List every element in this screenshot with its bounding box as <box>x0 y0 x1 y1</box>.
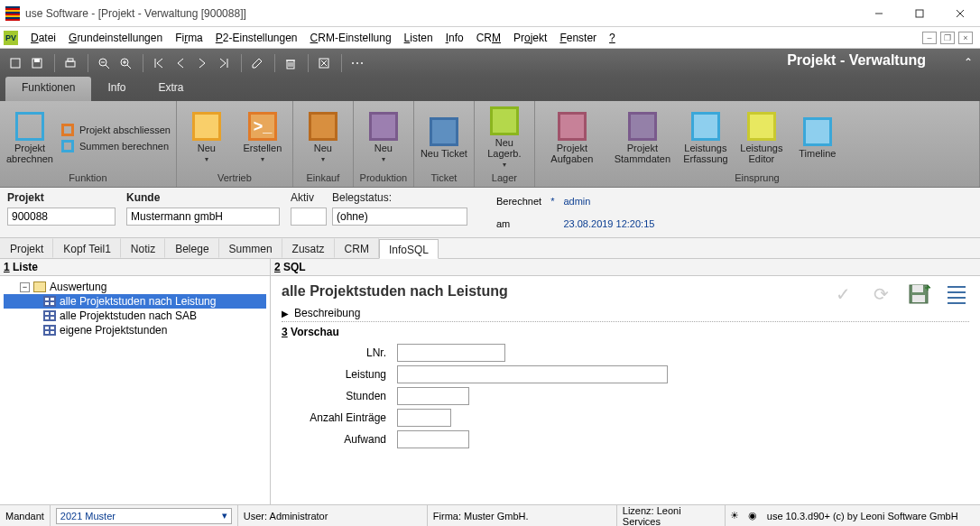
svg-line-10 <box>106 65 109 69</box>
anzahl-input[interactable] <box>397 409 451 427</box>
tb-zoomout-icon[interactable] <box>94 53 114 73</box>
right-pane-header: 2 SQL <box>271 259 980 276</box>
ribbon-tabs: Funktionen Info Extra <box>0 77 980 101</box>
status-firma: Firma: Muster GmbH. <box>428 505 617 526</box>
sub-tab-belege[interactable]: Belege <box>165 238 218 258</box>
tb-first-icon[interactable] <box>149 53 169 73</box>
terminal-icon: >_ <box>248 112 277 141</box>
sub-tab-crm[interactable]: CRM <box>335 238 379 258</box>
bars-icon <box>628 112 657 141</box>
leistung-input[interactable] <box>397 365 668 383</box>
tb-prev-icon[interactable] <box>171 53 190 73</box>
aufwand-input[interactable] <box>397 430 469 448</box>
sub-tab-summen[interactable]: Summen <box>219 238 282 258</box>
ribbon-summen-berechnen[interactable]: Summen berechnen <box>61 140 171 152</box>
menu-datei[interactable]: Datei <box>25 30 61 46</box>
tb-save-icon[interactable] <box>27 53 47 73</box>
square-icon <box>369 112 398 141</box>
sun-icon[interactable]: ☀ <box>727 509 742 523</box>
menu-crm[interactable]: CRM <box>471 30 506 46</box>
tb-cancel-icon[interactable] <box>314 53 334 73</box>
ribbon-neu-ticket[interactable]: Neu Ticket <box>418 104 470 172</box>
mdi-restore-button[interactable]: ❐ <box>940 32 955 44</box>
tb-next-icon[interactable] <box>192 53 212 73</box>
tb-more-icon[interactable] <box>347 53 367 73</box>
save-disk-icon[interactable] <box>906 281 931 307</box>
menubar: PV Datei Grundeinstellungen Firma P2-Ein… <box>0 27 980 49</box>
sub-tab-projekt[interactable]: Projekt <box>0 238 53 258</box>
ribbon-projekt-aufgaben[interactable]: Projekt Aufgaben <box>539 104 606 172</box>
projekt-field[interactable]: 900088 <box>7 208 116 226</box>
menu-help[interactable]: ? <box>604 30 621 46</box>
menu-projekt[interactable]: Projekt <box>508 30 552 46</box>
tb-trash-icon[interactable] <box>281 53 300 73</box>
aktiv-field[interactable] <box>291 208 327 226</box>
status-version: use 10.3.d90+ (c) by Leoni Software GmbH <box>762 505 980 526</box>
square-icon <box>15 112 44 141</box>
menu-crm-einstellung[interactable]: CRM-Einstellung <box>305 30 397 46</box>
ribbon-neu-einkauf[interactable]: Neu▾ <box>297 104 349 172</box>
ribbon-timeline[interactable]: Timeline <box>791 104 844 172</box>
lnr-input[interactable] <box>397 344 505 362</box>
collapse-ribbon-icon[interactable]: ⌃ <box>964 56 973 69</box>
tb-zoomin-icon[interactable] <box>116 53 135 73</box>
ribbon-erstellen[interactable]: >_Erstellen▾ <box>236 104 289 172</box>
maximize-button[interactable] <box>899 0 939 27</box>
tb-new-icon[interactable] <box>5 53 25 73</box>
collapse-icon[interactable]: − <box>20 282 30 292</box>
close-button[interactable] <box>939 0 980 27</box>
ribbon-neu-vertrieb[interactable]: Neu▾ <box>180 104 233 172</box>
svg-rect-8 <box>68 59 73 61</box>
ribbon-leistungs-editor[interactable]: Leistungs Editor <box>735 104 788 172</box>
tree-item-2[interactable]: eigene Projektstunden <box>4 323 266 337</box>
tree-root[interactable]: − Auswertung <box>4 280 266 294</box>
ribbon-leistungs-erfassung[interactable]: Leistungs Erfassung <box>680 104 732 172</box>
tb-edit-icon[interactable] <box>247 53 267 73</box>
tb-print-icon[interactable] <box>60 53 80 73</box>
check-icon[interactable]: ✓ <box>830 281 855 307</box>
menu-firma[interactable]: Firma <box>170 30 208 46</box>
menu-info[interactable]: Info <box>440 30 469 46</box>
belegstatus-field[interactable]: (ohne) <box>332 208 467 226</box>
list-icon[interactable] <box>944 281 969 307</box>
sub-tab-infosql[interactable]: InfoSQL <box>379 239 439 259</box>
mandant-combo[interactable]: 2021 Muster▾ <box>56 508 232 524</box>
mdi-close-button[interactable]: × <box>958 32 973 44</box>
menu-grundeinstellungen[interactable]: Grundeinstellungen <box>63 30 168 46</box>
sub-tab-zusatz[interactable]: Zusatz <box>282 238 335 258</box>
stunden-input[interactable] <box>397 387 469 405</box>
tree-item-1[interactable]: alle Projektstuden nach SAB <box>4 309 266 323</box>
mdi-minimize-button[interactable]: – <box>922 32 937 44</box>
minimize-button[interactable] <box>858 0 899 27</box>
ribbon-projekt-stammdaten[interactable]: Projekt Stammdaten <box>609 104 676 172</box>
refresh-icon[interactable]: ⟳ <box>868 281 893 307</box>
menu-listen[interactable]: Listen <box>399 30 439 46</box>
ribbon-tab-extra[interactable]: Extra <box>142 77 199 101</box>
square-icon <box>309 112 337 141</box>
beschreibung-toggle[interactable]: ▶ Beschreibung <box>282 307 969 322</box>
ribbon-neu-lager[interactable]: Neu Lagerb.▾ <box>478 104 531 172</box>
tree-item-0[interactable]: alle Projektstuden nach Leistung <box>4 294 266 309</box>
grid-icon <box>558 112 587 141</box>
menu-p2[interactable]: P2-Einstellungen <box>210 30 303 46</box>
ribbon-neu-produktion[interactable]: Neu▾ <box>357 104 410 172</box>
sub-tab-notiz[interactable]: Notiz <box>121 238 165 258</box>
svg-rect-6 <box>34 59 40 62</box>
ribbon-projekt-abrechnen[interactable]: Projekt abrechnen <box>4 104 56 172</box>
tb-last-icon[interactable] <box>214 53 234 73</box>
svg-rect-7 <box>66 61 75 67</box>
folder-icon <box>33 281 46 292</box>
square-icon <box>192 112 221 141</box>
ribbon-projekt-abschliessen[interactable]: Projekt abschliessen <box>61 124 171 136</box>
sub-tab-kopf[interactable]: Kopf Teil1 <box>53 238 120 258</box>
status-mandant-label: Mandant <box>0 505 51 526</box>
whisper-icon[interactable]: ◉ <box>745 509 760 523</box>
am-label: am <box>496 218 541 229</box>
svg-rect-30 <box>912 285 923 292</box>
ribbon-tab-info[interactable]: Info <box>91 77 142 101</box>
kunde-field[interactable]: Mustermann gmbH <box>126 208 280 226</box>
stunden-label: Stunden <box>282 390 390 402</box>
ribbon-tab-funktionen[interactable]: Funktionen <box>5 77 91 101</box>
chevron-down-icon: ▾ <box>222 510 227 521</box>
menu-fenster[interactable]: Fenster <box>554 30 602 46</box>
